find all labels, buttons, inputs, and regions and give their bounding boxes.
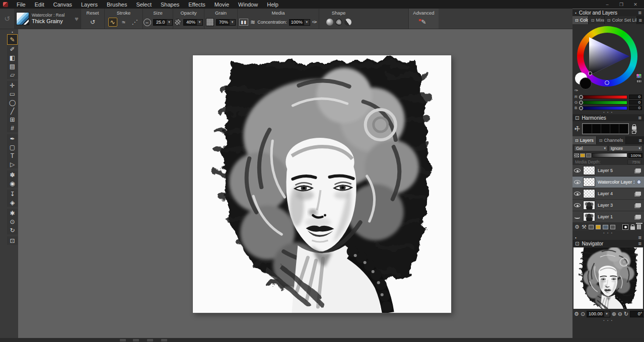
menu-item[interactable]: Window (234, 1, 262, 8)
primary-color-swatch[interactable] (580, 77, 592, 90)
tool-rect-select[interactable]: ▭ (7, 90, 18, 98)
tool-crop[interactable]: # (7, 124, 18, 132)
grain-dropdown-icon[interactable]: ▾ (230, 20, 235, 25)
new-layer-mask-button[interactable] (622, 224, 628, 230)
bristle-dab-icon[interactable] (335, 19, 342, 26)
brush-selector[interactable]: Watercolor : Real Thick Grainy ♥ (14, 9, 81, 29)
layer-link-icon[interactable] (586, 153, 591, 157)
harmonies-menu-icon[interactable]: ≡ (638, 115, 641, 121)
layers-panel-menu-icon[interactable]: ≡ (637, 138, 644, 143)
slider-knob[interactable] (579, 106, 583, 110)
tool-kaleidoscope[interactable]: ◈ (7, 198, 18, 207)
brush-loading-icon[interactable]: ≋ (250, 19, 255, 26)
tool-fit-screen[interactable]: ⊡ (7, 236, 18, 245)
copy-harmony-icon[interactable] (632, 131, 636, 134)
tool-brush[interactable]: ✎ (7, 34, 18, 45)
tool-rotate-page[interactable]: ↻ (7, 226, 18, 234)
navigator-panel-grip[interactable]: • • • (573, 318, 644, 322)
opacity-dropdown-icon[interactable]: ▾ (197, 20, 202, 25)
size-field[interactable]: 25.0 ▾ (153, 19, 173, 26)
dab-angle-icon[interactable] (344, 19, 351, 26)
close-button[interactable]: ✕ (632, 2, 639, 7)
opacity-field[interactable]: 40% ▾ (183, 19, 203, 26)
layer-thumbnail[interactable] (583, 178, 595, 187)
triangle-selector[interactable] (588, 71, 592, 75)
tab-color[interactable]: ⊡ Color (573, 16, 589, 24)
menu-item[interactable]: Movie (210, 1, 234, 8)
layers-panel-grip[interactable]: • • • (573, 231, 644, 235)
tool-dropper[interactable]: ✐ (7, 45, 18, 53)
tool-eraser[interactable]: ▱ (7, 70, 18, 79)
new-watercolor-layer-button[interactable] (596, 225, 601, 229)
concentration-dropdown-icon[interactable]: ▾ (304, 20, 310, 25)
tab-channels[interactable]: ⊡ Channels (597, 136, 626, 144)
pickup-underlying-color-icon[interactable] (580, 153, 585, 157)
brush-variant-icon[interactable] (16, 12, 29, 25)
tool-lasso[interactable]: ◯ (7, 98, 18, 107)
tab-mixer[interactable]: ⊡ Mixer (589, 16, 605, 24)
tool-text[interactable]: T (7, 151, 18, 160)
layer-thumbnail[interactable] (583, 201, 595, 210)
bottom-bar-icon[interactable] (161, 339, 167, 341)
concentration-field[interactable]: 100% ▾ (289, 19, 310, 26)
slider-knob[interactable] (579, 95, 583, 99)
layer-row-5[interactable]: Layer 5 (573, 165, 644, 177)
navigator-header[interactable]: ⊡ Navigator ≡ (573, 240, 644, 247)
visibility-eye-icon[interactable] (574, 192, 581, 196)
zoom-dropdown-icon[interactable]: ▾ (604, 311, 610, 317)
painter-logo-icon[interactable] (3, 2, 8, 7)
grain-icon[interactable] (206, 18, 214, 26)
tool-paint-bucket[interactable]: ◧ (7, 53, 18, 62)
tool-cloner[interactable]: ✽ (7, 170, 18, 179)
menu-item[interactable]: Layers (77, 1, 102, 8)
composite-depth-dropdown[interactable]: Ignore ▾ (609, 145, 642, 151)
dynamic-plugins-icon[interactable]: ⚒ (582, 224, 587, 230)
panel-collapse-icon[interactable]: ⊡ (575, 241, 579, 246)
stroke-options-button[interactable]: ⋰ (130, 18, 139, 27)
lock-layer-button[interactable] (630, 226, 634, 230)
diffusion-pause-icon[interactable]: ▮▮ (239, 19, 248, 26)
tool-mirror-painting[interactable]: ↧ (7, 190, 18, 198)
navigator-group-header[interactable]: • ≡ (573, 235, 644, 240)
menu-item[interactable]: Effects (184, 1, 209, 8)
grain-field[interactable]: 70% ▾ (216, 19, 236, 26)
tool-polygon-select[interactable]: ╱ (7, 107, 18, 115)
harmony-swatch[interactable] (610, 124, 619, 133)
menu-item[interactable]: File (12, 1, 30, 8)
visibility-eye-icon[interactable] (574, 203, 581, 207)
harmony-rule-icon[interactable]: ⚒ (573, 124, 582, 133)
tool-magnifier[interactable]: ⊙ (7, 217, 18, 226)
color-set-icon[interactable] (636, 73, 642, 78)
zoom-out-icon[interactable]: ⊖ (618, 311, 622, 317)
rotate-page-icon[interactable]: ↻ (624, 311, 628, 317)
navigator-group-menu-icon[interactable]: ≡ (638, 235, 641, 240)
slider-track[interactable] (580, 95, 627, 99)
slider-track[interactable] (580, 101, 627, 105)
hue-selector[interactable] (605, 80, 609, 85)
new-thick-paint-layer-button[interactable] (610, 225, 615, 229)
tool-grabber-hand[interactable]: ✱ (7, 209, 18, 217)
clone-color-icon[interactable]: ✑ (575, 88, 579, 93)
canvas-document[interactable] (193, 55, 451, 313)
harmony-swatch[interactable] (583, 124, 592, 133)
new-layer-button[interactable] (589, 225, 594, 229)
zoom-in-icon[interactable]: ⊕ (612, 311, 616, 317)
harmony-swatch[interactable] (601, 124, 610, 133)
menu-item[interactable]: Select (131, 1, 156, 8)
tool-shape-select[interactable]: ▷ (7, 160, 18, 168)
layer-thumbnail[interactable] (583, 166, 595, 175)
advanced-brush-settings-button[interactable]: ✎ (419, 18, 428, 27)
tool-clone-source[interactable]: ◉ (7, 179, 18, 188)
zoom-level-field[interactable]: 100.00 ▾ (587, 311, 610, 317)
preserve-transparency-icon[interactable] (574, 153, 579, 157)
menu-item[interactable]: Help (262, 1, 283, 8)
favorite-heart-icon[interactable]: ♥ (75, 15, 79, 23)
tab-color-set-libraries[interactable]: ⊡ Color Set Librarie (605, 16, 637, 24)
dab-profile-icon[interactable] (326, 19, 333, 26)
new-liquid-ink-layer-button[interactable] (603, 225, 608, 229)
group-menu-icon[interactable]: ≡ (638, 10, 641, 16)
color-variability-icon[interactable] (636, 79, 642, 83)
layer-row-4[interactable]: Layer 4 (573, 188, 644, 200)
layer-thumbnail[interactable] (583, 189, 595, 198)
minimize-button[interactable]: – (604, 2, 611, 7)
